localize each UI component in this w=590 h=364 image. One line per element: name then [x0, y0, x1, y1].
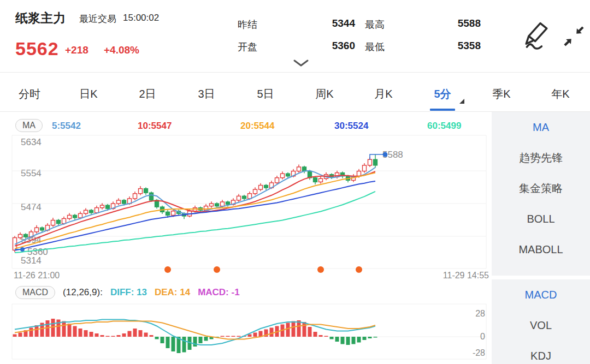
- collapse-icon[interactable]: [563, 25, 586, 48]
- stat-label-high: 最高: [365, 18, 385, 31]
- event-dot[interactable]: [317, 266, 324, 273]
- tab-周K[interactable]: 周K: [295, 76, 354, 111]
- stat-value-high: 5588: [432, 17, 481, 29]
- indicator-MABOLL[interactable]: MABOLL: [492, 234, 590, 265]
- event-dot[interactable]: [214, 266, 220, 273]
- price-change: +218: [65, 44, 88, 56]
- stat-value-low: 5358: [432, 40, 481, 52]
- indicator-MACD[interactable]: MACD: [492, 279, 590, 310]
- kline-chart[interactable]: [0, 112, 492, 279]
- stat-label-prev-settle: 昨结: [238, 18, 257, 31]
- event-dot[interactable]: [164, 266, 171, 273]
- event-dot[interactable]: [356, 266, 362, 273]
- tab-季K[interactable]: 季K: [472, 76, 531, 111]
- tab-年K[interactable]: 年K: [531, 76, 590, 111]
- tab-月K[interactable]: 月K: [354, 76, 413, 111]
- draw-pen-icon[interactable]: [522, 21, 551, 50]
- indicator-MA[interactable]: MA: [492, 112, 590, 142]
- last-trade-label: 最近交易: [79, 13, 116, 25]
- trading-app: { "header": { "symbol": "纸浆主力", "last_tr…: [0, 0, 590, 364]
- tab-5分[interactable]: 5分: [413, 76, 472, 111]
- price-change-pct: +4.08%: [104, 44, 139, 56]
- last-trade-time: 15:00:02: [123, 13, 159, 23]
- indicator-集金策略[interactable]: 集金策略: [492, 173, 590, 204]
- open-price-dot: [20, 247, 25, 252]
- macd-chart[interactable]: [0, 301, 492, 364]
- macd-diff-value: DIFF: 13: [110, 287, 147, 298]
- last-price-dot: [383, 152, 388, 157]
- last-price: 5562: [15, 38, 59, 59]
- tab-3日[interactable]: 3日: [177, 76, 236, 111]
- symbol-name: 纸浆主力: [15, 10, 66, 27]
- chevron-down-icon[interactable]: [293, 59, 309, 68]
- stat-value-prev-settle: 5344: [306, 17, 355, 29]
- macd-ytick-28: 28: [459, 309, 485, 319]
- indicator-BOLL[interactable]: BOLL: [492, 204, 590, 234]
- indicator-panel-sub: MACDVOLKDJ: [492, 279, 590, 364]
- indicator-趋势先锋[interactable]: 趋势先锋: [492, 142, 590, 173]
- indicator-panel-main: MA趋势先锋集金策略BOLLMABOLL: [492, 112, 590, 276]
- macd-badge[interactable]: MACD: [15, 286, 55, 299]
- tab-dropdown-triangle[interactable]: [459, 99, 464, 104]
- stat-label-open: 开盘: [238, 40, 257, 53]
- macd-macd-value: MACD: -1: [198, 287, 240, 298]
- macd-dea-value: DEA: 14: [155, 287, 190, 298]
- indicator-VOL[interactable]: VOL: [492, 310, 590, 341]
- stat-label-low: 最低: [365, 40, 385, 53]
- stat-value-open: 5360: [306, 40, 355, 52]
- tab-5日[interactable]: 5日: [236, 76, 295, 111]
- tab-2日[interactable]: 2日: [118, 76, 177, 111]
- tab-分时[interactable]: 分时: [0, 76, 59, 111]
- xtick-start: 11-26 21:00: [14, 271, 60, 281]
- period-tabbar: 分时日K2日3日5日周K月K5分季K年K: [0, 76, 590, 111]
- macd-ytick-0: 0: [459, 332, 485, 342]
- macd-params: (12,26,9):: [63, 287, 103, 298]
- xtick-end: 11-29 14:55: [432, 271, 489, 281]
- indicator-KDJ[interactable]: KDJ: [492, 341, 590, 364]
- tab-日K[interactable]: 日K: [59, 76, 118, 111]
- header-divider: [0, 72, 590, 73]
- macd-ytick-neg28: -28: [459, 348, 485, 358]
- macd-legend: MACD (12,26,9): DIFF: 13 DEA: 14 MACD: -…: [15, 286, 240, 299]
